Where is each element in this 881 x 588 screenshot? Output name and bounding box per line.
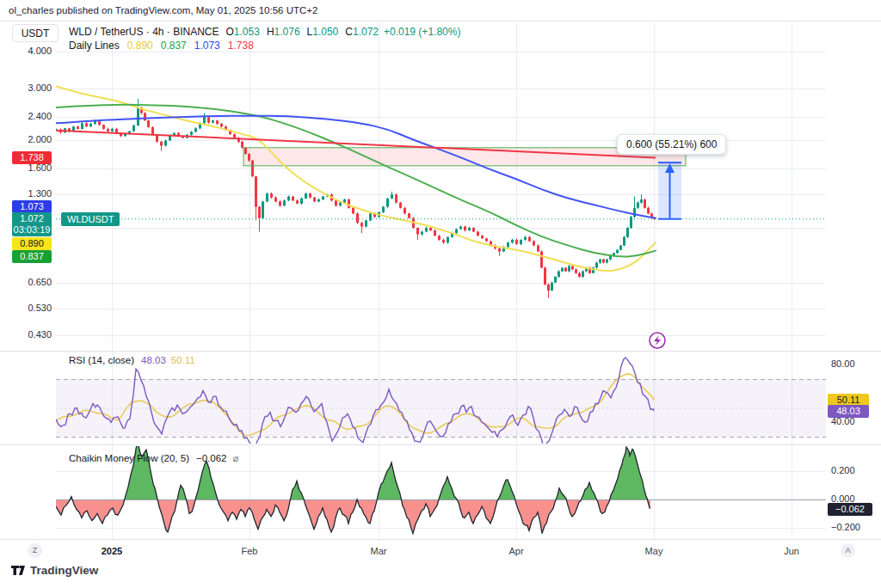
daily-line-yellow-value: 0.890 bbox=[127, 40, 153, 52]
close-label: C bbox=[345, 26, 353, 38]
tradingview-logo-icon bbox=[10, 564, 26, 577]
scroll-left-button[interactable]: Z bbox=[28, 543, 42, 558]
rsi-value: 48.03 bbox=[141, 355, 166, 365]
ma-blue-line bbox=[56, 116, 656, 218]
rsi-legend: RSI (14, close)48.0350.11 bbox=[69, 355, 195, 365]
currency-toggle-button[interactable]: USDT bbox=[12, 24, 59, 42]
candles-layer bbox=[55, 99, 656, 298]
low-value: 1.050 bbox=[312, 26, 338, 38]
daily-line-green-value: 0.837 bbox=[161, 40, 187, 52]
hide-indicator-icon[interactable]: ⌀ bbox=[232, 453, 238, 463]
lightning-event-icon[interactable] bbox=[650, 333, 665, 348]
cmf-title[interactable]: Chaikin Money Flow (20, 5) bbox=[69, 453, 189, 463]
price-range-tool[interactable] bbox=[658, 162, 681, 219]
daily-line-blue-value: 1.073 bbox=[194, 40, 220, 52]
rsi-ma-value: 50.11 bbox=[171, 355, 195, 365]
tradingview-chart-page: ol_charles published on TradingView.com,… bbox=[0, 0, 881, 588]
cmf-legend: Chaikin Money Flow (20, 5)−0.062⌀ bbox=[69, 452, 238, 464]
measure-tooltip: 0.600 (55.21%) 600 bbox=[617, 134, 726, 155]
chart-canvas[interactable] bbox=[0, 0, 881, 588]
tradingview-logo[interactable]: TradingView bbox=[10, 564, 98, 577]
close-value: 1.072 bbox=[353, 26, 379, 38]
change-value: +0.019 (+1.80%) bbox=[384, 26, 460, 38]
tradingview-logo-text: TradingView bbox=[30, 564, 98, 577]
symbol-title[interactable]: WLD / TetherUS · 4h · BINANCE bbox=[69, 26, 219, 38]
symbol-price-tag: WLDUSDT bbox=[61, 212, 120, 226]
symbol-legend: WLD / TetherUS · 4h · BINANCEO1.053H1.07… bbox=[69, 26, 460, 38]
daily-line-red-value: 1.738 bbox=[228, 40, 254, 52]
daily-lines-legend: Daily Lines0.8900.8371.0731.738 bbox=[69, 40, 254, 52]
cmf-value: −0.062 bbox=[196, 453, 227, 463]
rsi-title[interactable]: RSI (14, close) bbox=[69, 355, 134, 365]
ma-green-line bbox=[56, 105, 656, 257]
scroll-right-button[interactable]: A bbox=[841, 543, 855, 558]
open-label: O bbox=[226, 26, 234, 38]
high-value: 1.076 bbox=[274, 26, 300, 38]
daily-lines-title[interactable]: Daily Lines bbox=[69, 40, 120, 52]
open-value: 1.053 bbox=[234, 26, 260, 38]
high-label: H bbox=[267, 26, 274, 38]
